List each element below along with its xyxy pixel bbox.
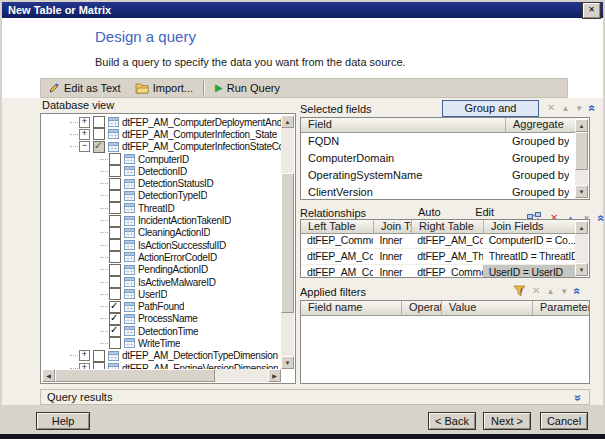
relationships-vscrollbar[interactable]: ▲ ▼ — [575, 221, 588, 276]
relationship-row[interactable]: dtFEP_AM_Compu... Inner dtFEP_AM_Threat.… — [301, 249, 575, 265]
delete-field-icon[interactable]: ✕ — [547, 103, 555, 113]
tree-checkbox[interactable] — [109, 202, 121, 214]
tree-item[interactable]: ThreatID — [42, 202, 281, 214]
tree-item[interactable]: DetectionTypeID — [42, 190, 281, 202]
scroll-up-button[interactable]: ▲ — [281, 115, 294, 128]
tree-checkbox[interactable] — [109, 276, 121, 288]
tree-checkbox[interactable] — [109, 227, 121, 239]
tree-expander-icon[interactable] — [79, 350, 90, 361]
close-button[interactable]: ✕ — [583, 3, 600, 18]
cancel-button[interactable]: Cancel — [540, 412, 588, 430]
tree-item[interactable]: dtFEP_AM_ComputerDeploymentAndProtection… — [42, 116, 281, 128]
expand-query-results-icon[interactable]: « — [573, 395, 583, 402]
tree-item[interactable]: IsActionSuccessfulID — [42, 239, 281, 251]
help-button[interactable]: Help — [36, 412, 90, 430]
tree-checkbox[interactable] — [109, 251, 121, 263]
collapse-selected-fields-icon[interactable]: « — [588, 105, 598, 112]
import-button[interactable]: Import... — [128, 79, 200, 97]
value-column-header[interactable]: Value — [442, 301, 533, 315]
vscroll-thumb[interactable] — [575, 132, 588, 170]
operator-column-header[interactable]: Operator — [402, 301, 442, 315]
collapse-relationships-icon[interactable]: « — [597, 215, 605, 222]
tree-checkbox[interactable] — [109, 239, 121, 251]
add-filter-icon[interactable] — [513, 285, 526, 297]
move-filter-down-icon[interactable]: ▼ — [560, 287, 568, 296]
tree-item[interactable]: dtFEP_AM_EngineVersionDimension — [42, 362, 281, 369]
tree-checkbox[interactable] — [93, 128, 105, 140]
tree-item[interactable]: dtFEP_AM_ComputerInfectionStateContribut… — [42, 141, 281, 153]
selected-field-row[interactable]: FQDN Grouped by — [301, 132, 575, 149]
selected-field-row[interactable]: OperatingSystemName Grouped by — [301, 166, 575, 183]
tree-item[interactable]: PathFound — [42, 300, 281, 312]
tree-checkbox[interactable] — [109, 215, 121, 227]
tree-checkbox[interactable] — [109, 288, 121, 300]
tree-item[interactable]: ComputerID — [42, 153, 281, 165]
group-and-aggregate-button[interactable]: Group and Aggregate — [442, 100, 539, 117]
tree-item[interactable]: UserID — [42, 288, 281, 300]
tree-item[interactable]: DetectionStatusID — [42, 177, 281, 189]
selected-field-row[interactable]: ClientVersion Grouped by — [301, 184, 575, 199]
tree-item[interactable]: dtFEP_AM_ComputerInfection_State — [42, 128, 281, 140]
aggregate-column-header[interactable]: Aggregate — [506, 118, 576, 132]
left-table-column-header[interactable]: Left Table — [301, 220, 374, 233]
tree-checkbox[interactable] — [93, 350, 105, 362]
vscroll-thumb[interactable] — [281, 173, 294, 313]
join-fields-column-header[interactable]: Join Fields — [484, 220, 576, 233]
tree-vscrollbar[interactable]: ▲ ▼ — [281, 115, 294, 369]
tree-checkbox[interactable] — [109, 301, 121, 313]
selected-field-row[interactable]: ComputerDomain Grouped by — [301, 149, 575, 166]
run-query-button[interactable]: ▶ Run Query — [208, 79, 287, 97]
hscroll-thumb[interactable] — [55, 369, 215, 382]
field-column-header[interactable]: Field — [301, 118, 506, 132]
tree-checkbox[interactable] — [109, 165, 121, 177]
tree-checkbox[interactable] — [109, 337, 121, 349]
move-field-down-icon[interactable]: ▼ — [575, 104, 583, 113]
tree-expander-icon[interactable] — [79, 141, 90, 152]
tree-checkbox[interactable] — [109, 264, 121, 276]
scroll-down-button[interactable]: ▼ — [575, 185, 588, 198]
tree-checkbox[interactable] — [109, 153, 121, 165]
tree-item[interactable]: ProcessName — [42, 313, 281, 325]
delete-filter-icon[interactable]: ✕ — [532, 286, 540, 296]
collapse-applied-filters-icon[interactable]: « — [573, 288, 583, 295]
selected-fields-vscrollbar[interactable]: ▲ ▼ — [575, 119, 588, 198]
query-results-bar[interactable]: Query results « — [40, 389, 590, 405]
title-bar[interactable]: New Table or Matrix — [2, 2, 603, 18]
tree-item[interactable]: IsActiveMalwareID — [42, 276, 281, 288]
scroll-up-button[interactable]: ▲ — [575, 221, 588, 234]
scroll-down-button[interactable]: ▼ — [281, 356, 294, 369]
relationship-row[interactable]: dtFEP_Common_C... Inner dtFEP_AM_Compu..… — [301, 233, 575, 249]
tree-checkbox[interactable] — [109, 313, 121, 325]
tree-item[interactable]: PendingActionID — [42, 264, 281, 276]
field-name-column-header[interactable]: Field name — [301, 301, 402, 315]
tree-hscrollbar[interactable]: ◀ ▶ — [42, 369, 281, 382]
tree-item[interactable]: WriteTime — [42, 337, 281, 349]
scroll-right-button[interactable]: ▶ — [268, 369, 281, 382]
move-field-up-icon[interactable]: ▲ — [561, 104, 569, 113]
scroll-down-button[interactable]: ▼ — [575, 263, 588, 276]
tree-checkbox[interactable] — [93, 362, 105, 369]
next-button[interactable]: Next > — [483, 412, 531, 430]
tree-expander-icon[interactable] — [79, 117, 90, 128]
tree-item[interactable]: DetectionTime — [42, 325, 281, 337]
tree-expander-icon[interactable] — [79, 129, 90, 140]
tree-item[interactable]: ActionErrorCodeID — [42, 251, 281, 263]
tree-item[interactable]: IncidentActionTakenID — [42, 214, 281, 226]
move-filter-up-icon[interactable]: ▲ — [546, 287, 554, 296]
scroll-left-button[interactable]: ◀ — [42, 369, 55, 382]
tree-item[interactable]: dtFEP_AM_DetectionTypeDimension — [42, 350, 281, 362]
relationship-row[interactable]: dtFEP_AM_Compu... Inner dtFEP_Common_U..… — [301, 265, 575, 277]
parameter-column-header[interactable]: Parameter — [533, 301, 589, 315]
right-table-column-header[interactable]: Right Table — [412, 220, 484, 233]
tree-checkbox[interactable] — [93, 141, 105, 153]
join-type-column-header[interactable]: Join Type — [374, 220, 412, 233]
back-button[interactable]: < Back — [428, 412, 476, 430]
scroll-up-button[interactable]: ▲ — [575, 119, 588, 132]
tree-checkbox[interactable] — [109, 178, 121, 190]
tree-item[interactable]: CleaningActionID — [42, 227, 281, 239]
tree-item[interactable]: DetectionID — [42, 165, 281, 177]
tree-checkbox[interactable] — [109, 325, 121, 337]
tree-checkbox[interactable] — [93, 116, 105, 128]
edit-as-text-button[interactable]: Edit as Text — [41, 79, 128, 97]
tree-checkbox[interactable] — [109, 190, 121, 202]
